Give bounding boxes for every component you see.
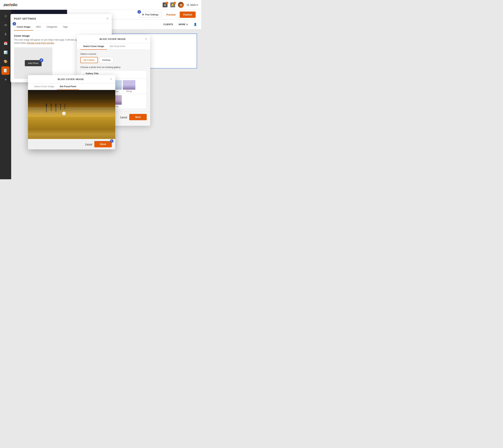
- my-folders-button[interactable]: My Folders: [80, 57, 98, 63]
- vineyard-rows: [28, 117, 115, 139]
- focal-cancel-link[interactable]: Cancel: [85, 143, 92, 145]
- publish-label: Publish: [183, 13, 192, 16]
- post-settings-label: Post Settings: [145, 13, 158, 16]
- sidebar-item-inbox[interactable]: ✉: [1, 21, 10, 29]
- focal-tab-select[interactable]: Select Cover Image: [31, 83, 57, 90]
- turbine-2: ╋: [50, 104, 52, 112]
- sidebar-item-chart[interactable]: 📊: [1, 48, 10, 57]
- publish-button[interactable]: Publish: [180, 12, 196, 18]
- logo: zenfolio: [3, 3, 17, 7]
- svg-rect-2: [28, 117, 115, 139]
- focal-header: BLOG COVER IMAGE ×: [28, 75, 115, 83]
- sidebar-item-send[interactable]: ✈: [1, 76, 10, 84]
- bell-icon[interactable]: 🔔 2: [170, 2, 175, 7]
- focal-point-cursor[interactable]: ☞: [61, 111, 68, 118]
- gallery-name: Gallery Title: [86, 72, 98, 75]
- site-nav-links: CLIENTS MORE ∨ 👤: [163, 23, 197, 26]
- notifications-badge: 1: [166, 2, 168, 4]
- user-profile-icon[interactable]: 👤: [193, 23, 197, 26]
- sidebar-item-blog[interactable]: 📝: [1, 66, 10, 75]
- desktop-button[interactable]: Desktop: [99, 57, 113, 63]
- tab-cover-image[interactable]: 2 Cover Image: [14, 23, 33, 31]
- top-nav: zenfolio ⊞ 1 🔔 2 M Hi, Mark ▾: [0, 0, 201, 10]
- turbine-3: ╋: [55, 104, 57, 112]
- tab-seo-label: SEO: [36, 26, 41, 28]
- tab-categories-label: Categories: [47, 26, 57, 28]
- svg-point-5: [62, 112, 65, 115]
- bci-back-header: BLOG COVER IMAGE ×: [77, 35, 150, 43]
- tab-categories[interactable]: Categories: [44, 23, 60, 31]
- thumb-004-img: [123, 80, 135, 90]
- step-badge-1: 1: [138, 10, 141, 14]
- add-photo-button[interactable]: Add Photo 3: [25, 60, 42, 66]
- sidebar: ⊙ ✉ $ 📅 📊 🎨 📝 ✈: [0, 10, 11, 179]
- focal-image[interactable]: ╋ ╋ ╋ ╋ ╋: [28, 90, 115, 139]
- thumb-004[interactable]: 004.jpg: [123, 80, 135, 92]
- preview-button[interactable]: Preview: [164, 12, 178, 17]
- step-badge-2: 2: [13, 22, 16, 26]
- bci-back-tabs: Select Cover Image Set Focal Point: [77, 43, 150, 50]
- clients-nav-link[interactable]: CLIENTS: [163, 23, 173, 26]
- gear-icon: ⚙: [142, 13, 144, 16]
- post-settings-title: POST SETTINGS: [14, 17, 36, 20]
- bci-select-cover-label: Select Cover Image: [83, 45, 104, 48]
- bci-tab-select-cover[interactable]: Select Cover Image: [80, 43, 107, 50]
- focal-image-container[interactable]: ╋ ╋ ╋ ╋ ╋: [28, 90, 115, 139]
- nav-right: ⊞ 1 🔔 2 M Hi, Mark ▾: [163, 2, 198, 8]
- bci-tab-focal-point[interactable]: Set Focal Point: [107, 43, 128, 50]
- focal-close-button[interactable]: ×: [110, 78, 112, 81]
- focal-select-label: Select Cover Image: [34, 85, 54, 88]
- focal-footer: Cancel Done 5: [28, 139, 115, 149]
- more-nav-link[interactable]: MORE ∨: [179, 23, 188, 26]
- post-settings-modal-header: POST SETTINGS ×: [11, 14, 112, 23]
- post-settings-tabs: 2 Cover Image SEO Categories Tags: [11, 23, 112, 31]
- bci-back-cancel-link[interactable]: Cancel: [120, 116, 127, 118]
- post-settings-button[interactable]: ⚙ Post Settings 1: [139, 12, 161, 17]
- thumb-004-label: 004.jpg: [126, 90, 132, 92]
- sidebar-item-money[interactable]: $: [1, 30, 10, 38]
- notifications-grid-icon[interactable]: ⊞ 1: [163, 2, 168, 7]
- more-label: MORE: [179, 23, 186, 26]
- next-button[interactable]: Next: [129, 114, 147, 120]
- source-label: Select a source:: [80, 53, 147, 55]
- focal-point-label: Set Focal Point: [60, 85, 76, 88]
- focal-title: BLOG COVER IMAGE: [31, 78, 110, 80]
- tab-tags[interactable]: Tags: [60, 23, 70, 31]
- post-settings-close-button[interactable]: ×: [106, 17, 108, 20]
- sidebar-item-design[interactable]: 🎨: [1, 57, 10, 66]
- source-buttons: My Folders Desktop: [80, 57, 147, 63]
- focal-tab-focal-point[interactable]: Set Focal Point: [57, 83, 79, 90]
- step-badge-5: 5: [110, 139, 113, 143]
- done-button[interactable]: Done: [94, 141, 112, 147]
- tab-tags-label: Tags: [63, 26, 68, 28]
- focal-tabs: Select Cover Image Set Focal Point: [28, 83, 115, 90]
- gallery-label: Choose a photo from an existing gallery:: [80, 66, 147, 68]
- tab-seo[interactable]: SEO: [33, 23, 44, 31]
- sidebar-item-dashboard[interactable]: ⊙: [1, 12, 10, 20]
- bci-back-title: BLOG COVER IMAGE: [80, 38, 145, 40]
- step-badge-3: 3: [39, 58, 43, 62]
- add-photo-label: Add Photo: [28, 62, 39, 64]
- done-button-wrap: Done 5: [94, 141, 112, 147]
- chevron-down-icon: ∨: [186, 23, 188, 26]
- tab-cover-image-label: Cover Image: [17, 26, 30, 28]
- add-photo-area: Add Photo 3: [14, 47, 52, 79]
- blog-cover-image-modal-front: BLOG COVER IMAGE × Select Cover Image Se…: [28, 75, 115, 149]
- preview-label: Preview: [166, 13, 176, 16]
- bell-badge: 2: [173, 2, 176, 4]
- bci-back-close-button[interactable]: ×: [145, 37, 147, 41]
- user-greeting[interactable]: Hi, Mark ▾: [187, 3, 198, 6]
- avatar[interactable]: M: [178, 2, 184, 8]
- turbine-1: ╋: [46, 104, 47, 112]
- manage-social-share-link[interactable]: Manage social share preview.: [27, 42, 54, 44]
- sidebar-item-calendar[interactable]: 📅: [1, 39, 10, 48]
- bci-focal-point-label: Set Focal Point: [110, 45, 125, 48]
